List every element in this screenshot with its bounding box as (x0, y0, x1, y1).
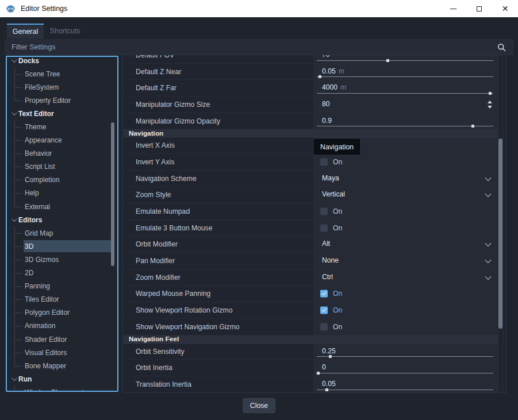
setting-value-cell[interactable]: 4000m (313, 80, 498, 96)
setting-value-cell[interactable]: On (313, 154, 498, 170)
tree-item-3d[interactable]: 3D (7, 240, 113, 253)
slider-value[interactable]: 70 (322, 55, 330, 59)
tree-item-text-editor[interactable]: Text Editor (7, 107, 113, 120)
slider-grabber[interactable] (325, 388, 328, 391)
slider-track[interactable] (317, 390, 493, 390)
setting-value-cell[interactable]: On (313, 203, 498, 219)
minimize-button[interactable] (440, 0, 466, 17)
tab-shortcuts[interactable]: Shortcuts (45, 24, 85, 38)
setting-value-cell[interactable]: None (313, 253, 498, 269)
tree-item-shader-editor[interactable]: Shader Editor (7, 333, 113, 346)
chevron-down-icon[interactable] (485, 240, 491, 246)
checkbox-unchecked[interactable] (320, 158, 328, 165)
setting-value-cell[interactable]: Ctrl (313, 269, 498, 286)
setting-value-cell[interactable]: 80 (313, 97, 498, 113)
setting-value-cell[interactable]: On (313, 302, 498, 318)
tree-item-label: Behavior (25, 149, 52, 157)
slider-track[interactable] (317, 126, 493, 126)
chevron-down-icon[interactable] (11, 216, 17, 222)
window-title: Editor Settings (21, 5, 67, 13)
setting-value-cell[interactable]: On (313, 319, 498, 335)
tree-item-filesystem[interactable]: FileSystem (7, 80, 113, 94)
close-window-button[interactable]: ✕ (492, 0, 518, 17)
tree-item-tiles-editor[interactable]: Tiles Editor (7, 293, 113, 306)
dropdown-value[interactable]: None (322, 256, 339, 264)
setting-value-cell[interactable]: On (313, 286, 498, 302)
slider-grabber[interactable] (471, 125, 474, 128)
setting-value-cell[interactable]: 0.05 (313, 376, 498, 392)
tree-item-behavior[interactable]: Behavior (7, 147, 113, 160)
tree-item-appearance[interactable]: Appearance (7, 134, 113, 147)
setting-value-cell[interactable]: On (313, 220, 498, 236)
tree-item-polygon-editor[interactable]: Polygon Editor (7, 306, 113, 319)
slider-value[interactable]: 0.05m (322, 67, 344, 75)
chevron-down-icon[interactable] (485, 273, 491, 280)
spinner-arrows-icon[interactable] (488, 101, 493, 109)
tree-item-3d-gizmos[interactable]: 3D Gizmos (7, 253, 113, 266)
checkbox-unchecked[interactable] (320, 323, 328, 330)
chevron-down-icon[interactable] (485, 174, 491, 180)
filter-settings-input[interactable]: Filter Settings (5, 39, 513, 55)
tree-item-grid-map[interactable]: Grid Map (7, 226, 113, 240)
slider-value[interactable]: 0.9 (322, 116, 332, 124)
slider-grabber[interactable] (489, 92, 492, 95)
chevron-down-icon[interactable] (11, 57, 17, 63)
dropdown-value[interactable]: Maya (322, 174, 339, 182)
checkbox-unchecked[interactable] (320, 224, 328, 232)
spin-value[interactable]: 80 (322, 100, 330, 108)
chevron-down-icon[interactable] (485, 257, 491, 263)
sidebar-scrollbar[interactable] (111, 122, 114, 266)
dropdown-value[interactable]: Ctrl (322, 273, 333, 281)
slider-value[interactable]: 0 (322, 363, 326, 371)
tree-item-window-placement[interactable]: Window Placement (7, 386, 113, 392)
tree-item-bone-mapper[interactable]: Bone Mapper (7, 359, 113, 372)
checkbox-unchecked[interactable] (320, 208, 328, 215)
setting-label: Invert Y Axis (136, 154, 174, 170)
chevron-down-icon[interactable] (485, 191, 491, 197)
setting-value-cell[interactable]: 0.25 (313, 344, 498, 360)
setting-value-cell[interactable]: 0.9 (313, 113, 498, 129)
tree-item-docks[interactable]: Docks (7, 56, 113, 67)
tree-item-run[interactable]: Run (7, 372, 113, 386)
tree-item-panning[interactable]: Panning (7, 280, 113, 293)
slider-value[interactable]: 4000m (322, 83, 346, 91)
checkbox-checked[interactable] (320, 307, 328, 314)
slider-track[interactable] (317, 356, 493, 357)
slider-value[interactable]: 0.05 (322, 380, 336, 388)
slider-track[interactable] (317, 76, 493, 77)
dropdown-value[interactable]: Vertical (322, 190, 345, 198)
slider-grabber[interactable] (317, 372, 320, 375)
slider-grabber[interactable] (329, 355, 332, 358)
setting-value-cell[interactable]: Maya (313, 171, 498, 187)
tree-item-script-list[interactable]: Script List (7, 160, 113, 174)
chevron-down-icon[interactable] (11, 375, 17, 381)
tree-item-2d[interactable]: 2D (7, 267, 113, 280)
slider-track[interactable] (317, 60, 493, 61)
chevron-down-icon[interactable] (11, 110, 17, 116)
setting-value-cell[interactable]: Alt (313, 237, 498, 253)
tab-general[interactable]: General (7, 24, 44, 38)
close-button[interactable]: Close (243, 398, 275, 413)
slider-track[interactable] (317, 93, 493, 94)
dropdown-value[interactable]: Alt (322, 240, 330, 248)
tree-item-property-editor[interactable]: Property Editor (7, 94, 113, 107)
slider-grabber[interactable] (319, 75, 321, 78)
tree-item-animation[interactable]: Animation (7, 319, 113, 333)
slider-track[interactable] (317, 373, 493, 373)
tree-item-scene-tree[interactable]: Scene Tree (7, 67, 113, 80)
inspector-scrollbar-thumb[interactable] (498, 138, 502, 329)
tree-item-completion[interactable]: Completion (7, 174, 113, 187)
maximize-button[interactable] (466, 0, 492, 17)
setting-value-cell[interactable]: 0 (313, 360, 498, 376)
checkbox-checked[interactable] (320, 290, 328, 298)
setting-value-cell[interactable]: Vertical (313, 187, 498, 203)
slider-grabber[interactable] (386, 59, 389, 62)
slider-value[interactable]: 0.25 (322, 346, 336, 355)
tree-item-editors[interactable]: Editors (7, 213, 113, 226)
setting-value-cell[interactable]: 70 (313, 55, 498, 63)
tree-item-help[interactable]: Help (7, 187, 113, 200)
setting-value-cell[interactable]: 0.05m (313, 64, 498, 80)
tree-item-visual-editors[interactable]: Visual Editors (7, 346, 113, 359)
tree-item-theme[interactable]: Theme (7, 120, 113, 133)
tree-item-external[interactable]: External (7, 200, 113, 213)
